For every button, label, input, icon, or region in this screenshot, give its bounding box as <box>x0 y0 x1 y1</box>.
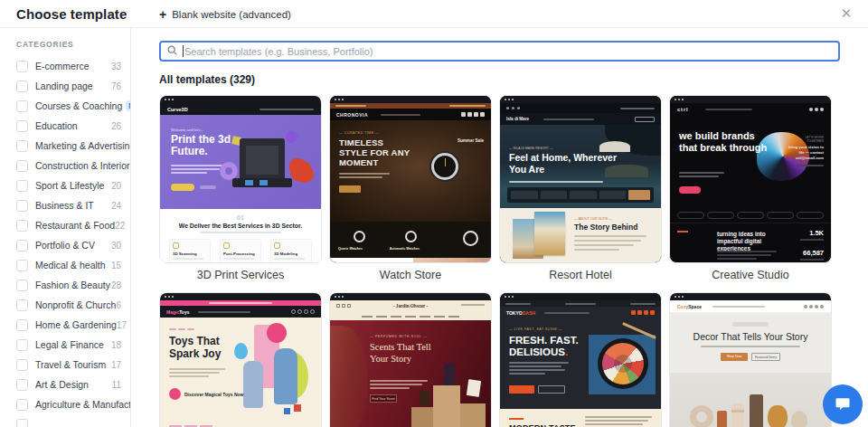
template-card-3d-print-services[interactable]: Curve3D Welcome and let's... Print the 3… <box>159 95 322 281</box>
category-item[interactable]: Home & Gardening 17 <box>16 315 121 335</box>
category-item[interactable]: Fashion & Beauty 28 <box>16 275 121 295</box>
template-thumbnail: CosySpace Decor That Tells Your Story Sh… <box>669 292 832 427</box>
template-thumbnail: Curve3D Welcome and let's... Print the 3… <box>159 95 322 263</box>
category-checkbox[interactable] <box>16 319 28 331</box>
category-checkbox[interactable] <box>16 61 28 72</box>
thumb-hero-title: we build brands that break through <box>679 130 769 153</box>
category-checkbox[interactable] <box>16 280 28 291</box>
category-item[interactable]: Education 26 <box>16 116 121 136</box>
social-icons <box>631 310 655 315</box>
template-card-toy-store[interactable]: MagicToys Toys That Spark Joy Discover M… <box>159 292 322 427</box>
thumb-cta-button <box>339 185 361 193</box>
category-checkbox[interactable] <box>16 220 28 232</box>
thumb-cta-button: Find Your Scent <box>370 394 397 403</box>
chat-button[interactable] <box>823 384 863 424</box>
category-checkbox[interactable] <box>16 200 28 212</box>
category-item[interactable]: Restaurant & Food 22 <box>16 215 121 235</box>
category-item[interactable]: Construction & Interior 16 <box>16 156 121 176</box>
category-count: 15 <box>111 261 121 270</box>
template-name: Resort Hotel <box>499 269 662 281</box>
section-number: 01 <box>160 214 321 221</box>
text-caret <box>183 45 184 57</box>
category-item[interactable]: Courses & Coaching New 16 <box>16 96 121 116</box>
blank-website-label: Blank website (advanced) <box>172 9 291 20</box>
categories-heading: CATEGORIES <box>16 40 130 49</box>
category-checkbox[interactable] <box>16 339 28 351</box>
category-label: Home & Gardening <box>35 319 117 330</box>
thumb-cta-button <box>171 184 194 191</box>
template-card-resort-hotel[interactable]: Isla di Mare — ISLA DI MARE RESORT — Fee… <box>499 95 662 281</box>
close-icon[interactable]: ✕ <box>837 5 855 23</box>
child-photo <box>243 361 263 408</box>
category-label: E-commerce <box>35 61 90 71</box>
category-count: 26 <box>111 121 121 131</box>
category-item[interactable]: Medical & health 15 <box>16 255 121 275</box>
chat-bubble-icon <box>834 395 852 413</box>
category-checkbox[interactable] <box>16 419 28 427</box>
category-checkbox[interactable] <box>16 399 28 411</box>
social-icons <box>291 309 315 314</box>
blank-website-button[interactable]: + Blank website (advanced) <box>159 0 291 28</box>
category-checkbox[interactable] <box>16 140 28 152</box>
category-count: 17 <box>117 320 127 330</box>
categories-sidebar: CATEGORIES E-commerce 33 Landing page 76… <box>0 28 131 427</box>
thumb-hero-title: TIMELESS STYLE FOR ANY MOMENT <box>339 138 411 168</box>
category-label: Marketing & Advertising <box>35 140 131 151</box>
template-card-creative-studio[interactable]: ctrl we build brands that break through … <box>669 95 832 281</box>
thumb-cta-button <box>679 186 701 194</box>
category-item[interactable]: Nonprofit & Church 6 <box>16 295 121 315</box>
category-label: Legal & Finance <box>35 339 104 350</box>
category-item[interactable]: Business & IT 24 <box>16 195 121 215</box>
browser-chrome <box>500 293 661 300</box>
template-card-sushi-restaurant[interactable]: TOKYODASH — LIVE FAST, EAT SUSHI — FRESH… <box>499 292 662 427</box>
category-item[interactable]: E-commerce 33 <box>16 56 121 76</box>
social-icons <box>804 305 824 308</box>
category-checkbox[interactable] <box>16 359 28 371</box>
category-item[interactable]: Sport & Lifestyle 20 <box>16 176 121 195</box>
category-item[interactable]: Portfolio & CV 30 <box>16 235 121 255</box>
category-item[interactable]: Landing page 76 <box>16 76 121 96</box>
template-grid: Curve3D Welcome and let's... Print the 3… <box>159 95 868 427</box>
feature-label: 3D Scanning <box>173 251 207 256</box>
tile-label: Automatic Watches <box>390 247 420 251</box>
sushi-plate-graphic <box>598 338 648 389</box>
template-name: Watch Store <box>329 269 492 281</box>
category-item[interactable]: Marketing & Advertising 25 <box>16 136 121 156</box>
category-checkbox[interactable] <box>16 160 28 172</box>
category-label: Agriculture & Manufacturing <box>35 399 131 410</box>
category-count: 30 <box>111 241 121 251</box>
results-heading: All templates (329) <box>159 73 868 86</box>
template-card-perfume-store[interactable]: - Jardin Obscur - — PERFUMED WITH SOUL —… <box>329 292 492 427</box>
template-thumbnail: TOKYODASH — LIVE FAST, EAT SUSHI — FRESH… <box>499 292 662 427</box>
thumb-hero-title: Scents That Tell Your Story <box>370 342 451 365</box>
category-item[interactable]: Art & Design 11 <box>16 375 121 394</box>
category-count: 17 <box>111 360 121 370</box>
thumb-hero-title: Decor That Tells Your Story <box>670 331 831 342</box>
thumb-hero-title: Print the 3d Future. <box>171 134 236 157</box>
category-checkbox[interactable] <box>16 180 28 192</box>
category-item[interactable]: Agriculture & Manufacturing 9 <box>16 394 121 414</box>
category-label: Business & IT <box>35 200 94 211</box>
section-title: We Deliver the Best Services in 3D Secto… <box>160 223 321 229</box>
category-checkbox[interactable] <box>16 379 28 391</box>
category-checkbox[interactable] <box>16 260 28 271</box>
category-item[interactable]: Legal & Finance 18 <box>16 335 121 355</box>
template-card-home-decor[interactable]: CosySpace Decor That Tells Your Story Sh… <box>669 292 832 427</box>
template-card-watch-store[interactable]: CHRONOVIA — CURATED TIME — TIMELESS STYL… <box>329 95 492 281</box>
category-item[interactable]: Travel & Tourism 17 <box>16 355 121 375</box>
category-count: 22 <box>115 221 125 231</box>
category-label: Travel & Tourism <box>35 359 106 370</box>
category-item-partial[interactable] <box>16 414 121 427</box>
category-checkbox[interactable] <box>16 299 28 311</box>
template-name: 3D Print Services <box>159 269 322 281</box>
category-checkbox[interactable] <box>16 81 28 92</box>
category-checkbox[interactable] <box>16 240 28 251</box>
category-checkbox[interactable] <box>16 120 28 132</box>
category-label: Education <box>35 120 78 131</box>
category-label: Courses & Coaching <box>35 100 122 111</box>
category-count: 6 <box>116 300 121 310</box>
search-input[interactable] <box>159 41 840 62</box>
category-checkbox[interactable] <box>16 100 28 112</box>
category-label: Art & Design <box>35 379 89 390</box>
watch-graphic <box>431 153 458 180</box>
